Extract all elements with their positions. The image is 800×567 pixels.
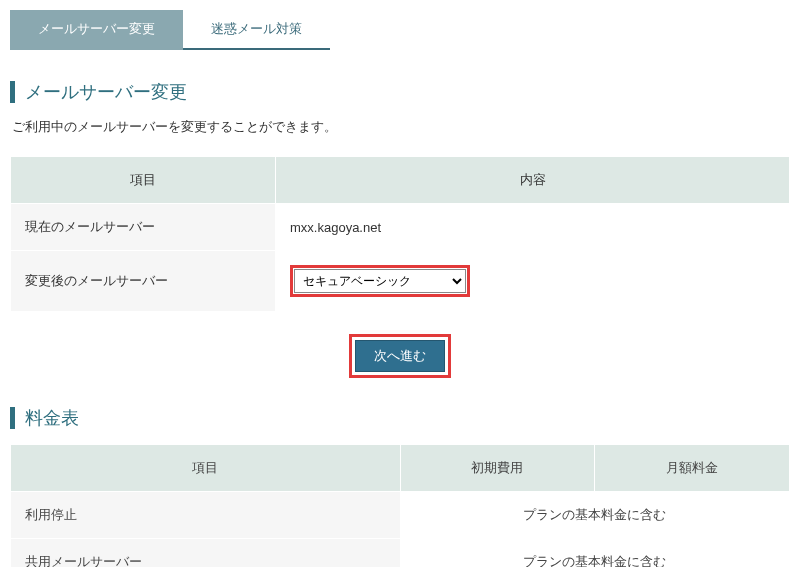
- button-row: 次へ進む: [10, 334, 790, 378]
- button-highlight-frame: 次へ進む: [349, 334, 451, 378]
- config-head-content: 内容: [276, 157, 790, 204]
- price-row-label: 利用停止: [11, 492, 401, 539]
- tab-bar: メールサーバー変更 迷惑メール対策: [10, 10, 790, 50]
- heading-bar-icon: [10, 81, 15, 103]
- tab-spam-settings[interactable]: 迷惑メール対策: [183, 10, 330, 50]
- section-title: 料金表: [25, 406, 79, 430]
- section-heading-price: 料金表: [10, 406, 790, 430]
- new-server-label: 変更後のメールサーバー: [11, 251, 276, 312]
- price-head-monthly: 月額料金: [595, 445, 790, 492]
- tab-mail-server-change[interactable]: メールサーバー変更: [10, 10, 183, 50]
- new-server-cell: セキュアベーシック: [276, 251, 790, 312]
- price-row-label: 共用メールサーバー: [11, 539, 401, 568]
- price-head-initial: 初期費用: [400, 445, 595, 492]
- next-button[interactable]: 次へ進む: [355, 340, 445, 372]
- price-row-merged: プランの基本料金に含む: [400, 492, 790, 539]
- new-server-select[interactable]: セキュアベーシック: [294, 269, 466, 293]
- config-table: 項目 内容 現在のメールサーバー mxx.kagoya.net 変更後のメールサ…: [10, 156, 790, 312]
- section-description: ご利用中のメールサーバーを変更することができます。: [12, 118, 790, 136]
- config-head-item: 項目: [11, 157, 276, 204]
- select-highlight-frame: セキュアベーシック: [290, 265, 470, 297]
- current-server-value: mxx.kagoya.net: [276, 204, 790, 251]
- price-table: 項目 初期費用 月額料金 利用停止 プランの基本料金に含む 共用メールサーバー …: [10, 444, 790, 567]
- section-title: メールサーバー変更: [25, 80, 187, 104]
- price-row-merged: プランの基本料金に含む: [400, 539, 790, 568]
- current-server-label: 現在のメールサーバー: [11, 204, 276, 251]
- price-head-item: 項目: [11, 445, 401, 492]
- section-heading-mail-server: メールサーバー変更: [10, 80, 790, 104]
- heading-bar-icon: [10, 407, 15, 429]
